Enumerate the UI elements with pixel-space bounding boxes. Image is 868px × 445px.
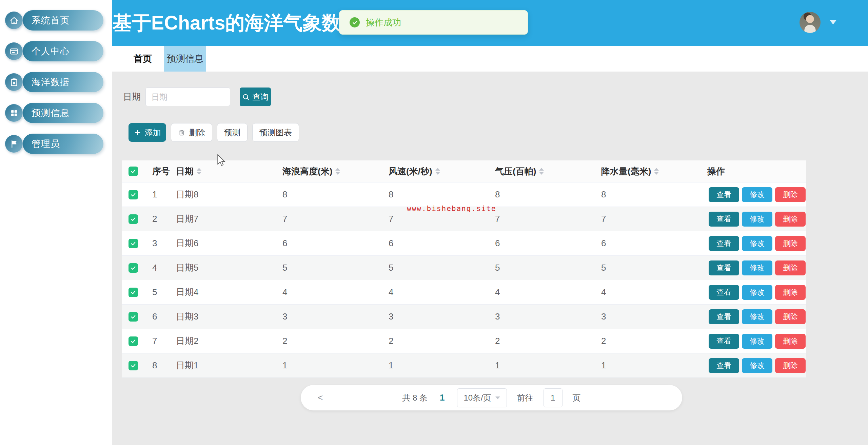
- cell-pressure: 4: [495, 287, 601, 297]
- row-checkbox[interactable]: [129, 336, 138, 346]
- sort-carets-icon[interactable]: [197, 168, 201, 175]
- row-delete-button[interactable]: 删除: [775, 285, 806, 300]
- row-delete-button[interactable]: 删除: [775, 260, 806, 275]
- view-button[interactable]: 查看: [709, 358, 739, 373]
- prev-page-button[interactable]: <: [314, 385, 326, 410]
- goto-unit: 页: [573, 392, 581, 403]
- sidebar-item[interactable]: 管理员: [0, 134, 112, 154]
- edit-button[interactable]: 修改: [742, 212, 772, 227]
- select-all-checkbox[interactable]: [129, 167, 138, 176]
- cell-wave-height: 3: [282, 311, 389, 322]
- row-checkbox[interactable]: [129, 312, 138, 322]
- predict-button[interactable]: 预测: [217, 123, 248, 142]
- cell-wave-height: 8: [282, 189, 389, 200]
- edit-button[interactable]: 修改: [742, 334, 772, 349]
- sidebar-item[interactable]: 个人中心: [0, 41, 112, 61]
- table-row: 3 日期6 6 6 6 6 查看 修改 删除: [122, 231, 806, 255]
- clipboard-icon: [5, 73, 23, 91]
- edit-button[interactable]: 修改: [742, 358, 772, 373]
- row-delete-button[interactable]: 删除: [775, 187, 806, 202]
- flag-icon: [5, 135, 23, 153]
- tab[interactable]: 首页: [123, 46, 162, 72]
- predict-chart-button[interactable]: 预测图表: [252, 123, 299, 142]
- watermark-text: www.bishebang.site: [407, 205, 496, 213]
- cell-index: 4: [152, 263, 176, 273]
- row-checkbox[interactable]: [129, 239, 138, 248]
- row-delete-button[interactable]: 删除: [775, 334, 806, 349]
- cell-wind-speed: 7: [389, 214, 495, 224]
- view-button[interactable]: 查看: [709, 309, 739, 324]
- column-header-pressure[interactable]: 气压(百帕): [495, 166, 601, 177]
- home-icon: [5, 12, 23, 29]
- cell-pressure: 5: [495, 263, 601, 273]
- goto-page-input[interactable]: [544, 388, 563, 407]
- cell-rainfall: 6: [601, 238, 707, 249]
- cell-index: 1: [152, 189, 176, 200]
- cell-rainfall: 8: [601, 189, 707, 200]
- page-size-select[interactable]: 10条/页: [457, 388, 507, 407]
- column-header-index: 序号: [152, 166, 176, 177]
- row-checkbox[interactable]: [129, 263, 138, 273]
- cell-index: 5: [152, 287, 176, 297]
- date-filter-input[interactable]: [145, 88, 230, 106]
- table-header-row: 序号 日期 海浪高度(米) 风速(米/秒) 气压(百帕) 降水量(毫米) 操作: [122, 160, 806, 182]
- app-window: 基于ECharts的海洋气象数据 操作成功 系统首页 个人中心 海洋数据 预测信…: [0, 0, 868, 445]
- view-button[interactable]: 查看: [709, 236, 739, 251]
- edit-button[interactable]: 修改: [742, 260, 772, 275]
- row-delete-button[interactable]: 删除: [775, 236, 806, 251]
- column-header-date[interactable]: 日期: [176, 166, 282, 177]
- cell-date: 日期4: [176, 286, 282, 298]
- cell-rainfall: 5: [601, 263, 707, 273]
- delete-button[interactable]: 删除: [171, 123, 212, 142]
- edit-button[interactable]: 修改: [742, 309, 772, 324]
- view-button[interactable]: 查看: [709, 187, 739, 202]
- search-icon: [242, 93, 250, 101]
- edit-button[interactable]: 修改: [742, 236, 772, 251]
- row-checkbox[interactable]: [129, 288, 138, 297]
- sidebar-item[interactable]: 系统首页: [0, 10, 112, 31]
- cell-index: 3: [152, 238, 176, 249]
- tab[interactable]: 预测信息: [164, 46, 206, 72]
- cell-rainfall: 3: [601, 311, 707, 322]
- sort-carets-icon[interactable]: [435, 168, 440, 175]
- user-avatar[interactable]: [800, 12, 821, 33]
- content-area: 日期 查询 添加 删除 预测 预测图表: [112, 72, 868, 445]
- sidebar-item[interactable]: 预测信息: [0, 103, 112, 123]
- sidebar-item-label: 海洋数据: [32, 76, 70, 88]
- tab-bar: 首页 预测信息: [112, 46, 868, 72]
- edit-button[interactable]: 修改: [742, 285, 772, 300]
- current-page-button[interactable]: 1: [438, 392, 447, 403]
- chevron-down-icon[interactable]: [829, 20, 837, 24]
- view-button[interactable]: 查看: [709, 334, 739, 349]
- sort-carets-icon[interactable]: [654, 168, 659, 175]
- add-button[interactable]: 添加: [129, 123, 166, 142]
- column-header-wave[interactable]: 海浪高度(米): [282, 166, 389, 177]
- sort-carets-icon[interactable]: [539, 168, 544, 175]
- sort-carets-icon[interactable]: [335, 168, 340, 175]
- id-card-icon: [5, 42, 23, 60]
- table-row: 7 日期2 2 2 2 2 查看 修改 删除: [122, 329, 806, 353]
- cell-wind-speed: 1: [389, 360, 495, 371]
- row-checkbox[interactable]: [129, 190, 138, 199]
- row-delete-button[interactable]: 删除: [775, 309, 806, 324]
- toast-message: 操作成功: [366, 17, 401, 28]
- toolbar: 添加 删除 预测 预测图表: [129, 123, 299, 142]
- check-icon: [130, 265, 136, 271]
- check-circle-icon: [350, 17, 360, 27]
- row-checkbox[interactable]: [129, 361, 138, 370]
- sidebar-item[interactable]: 海洋数据: [0, 72, 112, 92]
- view-button[interactable]: 查看: [709, 260, 739, 275]
- row-delete-button[interactable]: 删除: [775, 358, 806, 373]
- query-button[interactable]: 查询: [240, 88, 271, 106]
- edit-button[interactable]: 修改: [742, 187, 772, 202]
- view-button[interactable]: 查看: [709, 212, 739, 227]
- view-button[interactable]: 查看: [709, 285, 739, 300]
- table-row: 8 日期1 1 1 1 1 查看 修改 删除: [122, 353, 806, 378]
- row-delete-button[interactable]: 删除: [775, 212, 806, 227]
- column-header-rain[interactable]: 降水量(毫米): [601, 166, 707, 177]
- row-checkbox[interactable]: [129, 214, 138, 224]
- data-table: 序号 日期 海浪高度(米) 风速(米/秒) 气压(百帕) 降水量(毫米) 操作: [122, 160, 806, 378]
- cell-wind-speed: 4: [389, 287, 495, 297]
- column-header-wind[interactable]: 风速(米/秒): [389, 166, 495, 177]
- cell-pressure: 3: [495, 311, 601, 322]
